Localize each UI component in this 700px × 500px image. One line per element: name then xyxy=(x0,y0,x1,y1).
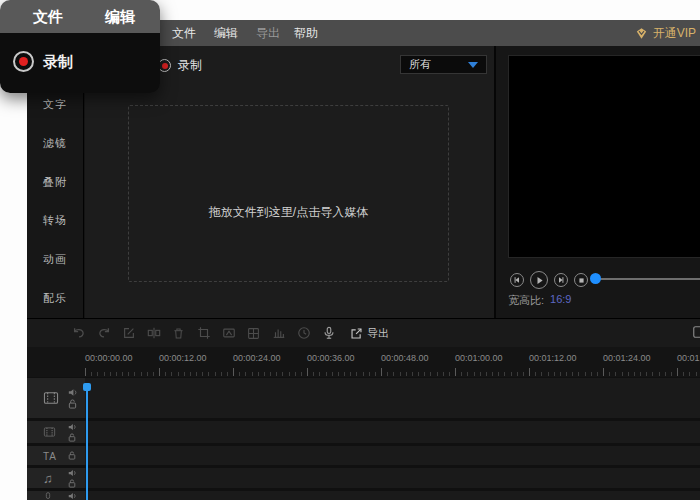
track-voice xyxy=(27,491,700,500)
track-lane[interactable] xyxy=(85,378,700,418)
sidebar-item-filter[interactable]: 滤镜 xyxy=(27,124,83,163)
track-lane[interactable] xyxy=(85,421,700,443)
delete-icon[interactable] xyxy=(171,326,186,341)
track-header xyxy=(27,421,85,443)
film-icon xyxy=(43,427,56,438)
undo-icon[interactable] xyxy=(71,326,86,341)
play-button[interactable] xyxy=(530,271,548,289)
aspect-ratio-label: 宽高比: xyxy=(508,293,544,308)
speaker-icon[interactable] xyxy=(68,469,77,477)
voice-icon xyxy=(43,492,53,500)
ruler-label: 00:00:48.00 xyxy=(381,353,429,363)
seek-slider[interactable] xyxy=(594,278,700,280)
preview-panel: 宽高比: 16:9 xyxy=(496,46,700,318)
track-header xyxy=(27,491,85,500)
ruler-label: 00:01:12.00 xyxy=(529,353,577,363)
media-filter-dropdown[interactable]: 所有 xyxy=(400,55,487,74)
track-video-main xyxy=(27,378,700,418)
track-header xyxy=(27,378,85,418)
ruler-label: 00:00:12.00 xyxy=(159,353,207,363)
track-text: TA xyxy=(27,446,700,465)
split-icon[interactable] xyxy=(146,326,161,341)
ruler-label: 00:01:00.00 xyxy=(455,353,503,363)
timeline-panel: 导出 00:00:00.00 00:00:12.00 00:00:24.00 0… xyxy=(27,318,700,500)
lock-icon[interactable] xyxy=(68,433,77,442)
media-filter-value: 所有 xyxy=(409,57,468,72)
speaker-icon[interactable] xyxy=(68,423,77,431)
timeline-tracks: TA ♫ xyxy=(27,377,700,500)
record-button[interactable]: 录制 xyxy=(158,57,202,74)
chevron-down-icon xyxy=(468,62,478,68)
menu-export: 导出 xyxy=(256,20,280,46)
aspect-ratio-row: 宽高比: 16:9 xyxy=(508,293,571,308)
prev-frame-button[interactable] xyxy=(510,273,524,287)
timeline-ruler[interactable]: 00:00:00.00 00:00:12.00 00:00:24.00 00:0… xyxy=(27,347,700,378)
lock-icon[interactable] xyxy=(68,479,77,488)
menu-edit[interactable]: 编辑 xyxy=(105,0,135,33)
crop-icon[interactable] xyxy=(196,326,211,341)
speed-icon[interactable] xyxy=(221,326,236,341)
playback-controls xyxy=(510,270,588,290)
sidebar-item-transition[interactable]: 转场 xyxy=(27,201,83,240)
vip-button[interactable]: 开通VIP xyxy=(635,20,696,46)
track-lane[interactable] xyxy=(85,446,700,465)
equalizer-icon[interactable] xyxy=(271,326,286,341)
app-screenshot: 文件 编辑 导出 帮助 开通VIP 文字 滤镜 叠附 转场 动画 配乐 录制 所… xyxy=(0,0,700,500)
record-label: 录制 xyxy=(178,57,202,74)
microphone-icon[interactable] xyxy=(321,326,336,341)
vip-label: 开通VIP xyxy=(653,25,696,42)
text-track-icon: TA xyxy=(43,450,57,461)
vip-gem-icon xyxy=(635,27,648,40)
track-music: ♫ xyxy=(27,468,700,488)
video-viewport xyxy=(508,55,700,258)
sidebar-item-animation[interactable]: 动画 xyxy=(27,240,83,279)
track-video-overlay xyxy=(27,421,700,443)
ruler-label: 00:00:36.00 xyxy=(307,353,355,363)
lock-icon[interactable] xyxy=(68,451,76,460)
magnified-file-menu: 录制 xyxy=(0,33,160,93)
menu-file[interactable]: 文件 xyxy=(33,0,63,33)
film-icon xyxy=(43,391,59,405)
menu-file[interactable]: 文件 xyxy=(172,20,196,46)
menu-edit[interactable]: 编辑 xyxy=(214,20,238,46)
seek-slider-handle[interactable] xyxy=(590,273,601,284)
track-header: ♫ xyxy=(27,468,85,488)
track-lane[interactable] xyxy=(85,468,700,488)
edit-icon[interactable] xyxy=(121,326,136,341)
track-lane[interactable] xyxy=(85,491,700,500)
duration-icon[interactable] xyxy=(296,326,311,341)
dropzone-hint: 拖放文件到这里/点击导入媒体 xyxy=(129,204,448,221)
sidebar-item-music[interactable]: 配乐 xyxy=(27,279,83,318)
ruler-ticks xyxy=(85,368,700,376)
music-note-icon: ♫ xyxy=(43,472,53,485)
export-label: 导出 xyxy=(367,326,389,341)
panel-toggle-icon[interactable] xyxy=(692,325,700,339)
track-header: TA xyxy=(27,446,85,465)
import-dropzone[interactable]: 拖放文件到这里/点击导入媒体 xyxy=(128,105,449,282)
timeline-toolbar: 导出 xyxy=(27,319,700,347)
magnified-menubar: 文件 编辑 xyxy=(0,0,160,33)
ruler-label: 00:00:24.00 xyxy=(233,353,281,363)
playhead-line[interactable] xyxy=(86,383,88,500)
export-button[interactable]: 导出 xyxy=(350,326,389,341)
ruler-label: 00:00:00.00 xyxy=(85,353,133,363)
export-icon xyxy=(350,327,363,340)
sidebar-item-overlay[interactable]: 叠附 xyxy=(27,163,83,202)
menu-help[interactable]: 帮助 xyxy=(294,20,318,46)
ruler-label: 00:01:36.00 xyxy=(677,353,700,363)
speaker-icon[interactable] xyxy=(68,492,77,500)
menu-magnifier-overlay: 文件 编辑 录制 xyxy=(0,0,160,93)
menu-item-record[interactable]: 录制 xyxy=(43,51,73,72)
aspect-ratio-value[interactable]: 16:9 xyxy=(550,293,571,308)
next-frame-button[interactable] xyxy=(554,273,568,287)
mosaic-icon[interactable] xyxy=(246,326,261,341)
ruler-label: 00:01:24.00 xyxy=(603,353,651,363)
redo-icon[interactable] xyxy=(96,326,111,341)
lock-icon[interactable] xyxy=(68,399,78,409)
stop-button[interactable] xyxy=(574,273,588,287)
record-icon xyxy=(13,51,34,72)
speaker-icon[interactable] xyxy=(68,388,78,397)
